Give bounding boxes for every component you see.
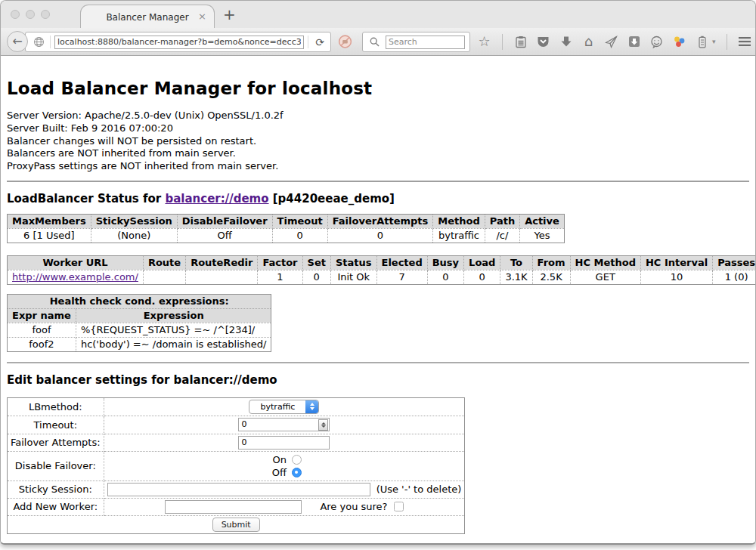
lbmethod-select[interactable]: bytraffic <box>249 400 319 414</box>
cell-timeout: 0 <box>272 228 327 243</box>
pocket-icon[interactable] <box>536 35 550 49</box>
confirm-checkbox[interactable] <box>394 502 404 511</box>
timeout-label: Timeout: <box>8 416 104 434</box>
window-minimize-button[interactable] <box>26 10 35 19</box>
home-icon[interactable]: ⌂ <box>581 35 596 49</box>
failover-attempts-input[interactable] <box>238 436 330 450</box>
cell-factor: 1 <box>258 270 302 284</box>
page-title: Load Balancer Manager for localhost <box>7 79 749 98</box>
number-stepper-icon[interactable] <box>318 419 328 431</box>
column-header: Timeout <box>272 214 327 228</box>
select-stepper-icon <box>305 400 318 413</box>
url-bar[interactable]: ⟳ <box>25 32 331 52</box>
adblock-icon[interactable] <box>338 34 352 48</box>
add-worker-input[interactable] <box>165 500 302 514</box>
worker-table: Worker URL Route RouteRedir Factor Set S… <box>7 255 756 285</box>
inherit-notice-line: Balancers are NOT inherited from main se… <box>7 147 749 160</box>
form-row-sticky-session: Sticky Session: (Use '-' to delete) <box>8 480 465 498</box>
table-row: http://www.example.com/ 1 0 Init Ok 7 0 … <box>8 270 756 284</box>
failover-off-radio[interactable] <box>292 468 302 477</box>
column-header: Method <box>433 214 485 228</box>
health-check-table: Health check cond. expressions: Expr nam… <box>7 294 271 352</box>
menu-icon[interactable] <box>738 35 752 49</box>
back-button[interactable]: ← <box>7 31 28 52</box>
new-tab-button[interactable]: + <box>223 5 236 23</box>
balancer-settings-form: LBmethod: bytraffic Timeout: <box>7 397 465 534</box>
cell-route <box>143 270 185 284</box>
confirm-label: Are you sure? <box>320 501 387 512</box>
balancer-status-table: MaxMembers StickySession DisableFailover… <box>7 214 565 243</box>
colors-extension-icon[interactable] <box>672 35 686 49</box>
toolbar-buttons: ☆ ⌂ <box>477 28 756 55</box>
cell-routeredir <box>186 270 258 284</box>
column-header: DisableFailover <box>177 214 272 228</box>
reading-list-icon[interactable] <box>513 35 528 49</box>
edit-settings-heading: Edit balancer settings for balancer://de… <box>7 373 749 387</box>
column-header: Expression <box>76 308 271 323</box>
column-header: Load <box>464 255 500 270</box>
cell-expression: %{REQUEST_STATUS} =~ /^[234]/ <box>76 323 271 337</box>
cell-worker-url: http://www.example.com/ <box>8 270 144 284</box>
column-header: Status <box>330 255 376 270</box>
persist-notice-line: Balancer changes will NOT be persisted o… <box>7 135 749 148</box>
column-header: Busy <box>427 255 463 270</box>
tab-close-icon[interactable]: × <box>198 11 206 21</box>
extension-download-icon[interactable] <box>627 35 641 49</box>
urlbar-separator-2 <box>308 36 308 48</box>
table-header-row: Expr name Expression <box>8 308 271 323</box>
reload-icon[interactable]: ⟳ <box>312 36 327 48</box>
form-row-failover-attempts: Failover Attempts: <box>8 434 465 451</box>
cell-busy: 0 <box>427 270 463 284</box>
page-content: Load Balancer Manager for localhost Serv… <box>1 57 755 543</box>
tab-bar: Balancer Manager × + <box>1 1 755 28</box>
proxypass-notice-line: ProxyPass settings are NOT inherited fro… <box>7 160 749 173</box>
cell-status: Init Ok <box>330 270 376 284</box>
column-header: Elected <box>376 255 427 270</box>
column-header: HC Interval <box>640 255 712 270</box>
form-row-add-worker: Add New Worker: Are you sure? <box>8 498 465 515</box>
search-input[interactable] <box>386 36 465 49</box>
tab-balancer-manager[interactable]: Balancer Manager × <box>80 5 215 29</box>
downloads-icon[interactable] <box>559 35 573 49</box>
window-close-button[interactable] <box>11 10 20 19</box>
battery-list-icon[interactable] <box>695 35 709 49</box>
window-zoom-button[interactable] <box>41 10 50 19</box>
column-header: HC Method <box>570 255 640 270</box>
chat-smiley-icon[interactable] <box>649 35 664 49</box>
health-table-title: Health check cond. expressions: <box>8 294 271 308</box>
add-worker-label: Add New Worker: <box>8 498 104 515</box>
radio-off-label: Off <box>267 466 287 479</box>
share-icon[interactable] <box>604 35 618 49</box>
sticky-session-hint: (Use '-' to delete) <box>376 484 462 495</box>
form-row-timeout: Timeout: <box>8 416 465 434</box>
submit-button[interactable]: Submit <box>212 518 260 532</box>
cell-set: 0 <box>302 270 330 284</box>
lbmethod-label: LBmethod: <box>8 397 104 416</box>
table-header-row: Health check cond. expressions: <box>8 294 271 308</box>
search-icon <box>367 35 382 49</box>
balancer-link[interactable]: balancer://demo <box>165 192 268 205</box>
sticky-session-input[interactable] <box>107 483 370 496</box>
divider <box>7 181 749 182</box>
column-header: Set <box>302 255 330 270</box>
search-bar[interactable] <box>362 32 470 52</box>
bookmark-star-icon[interactable]: ☆ <box>477 35 491 49</box>
globe-icon <box>32 35 46 49</box>
cell-load: 0 <box>464 270 500 284</box>
table-header-row: MaxMembers StickySession DisableFailover… <box>8 214 565 228</box>
timeout-input[interactable] <box>238 418 330 431</box>
cell-expr-name: foof2 <box>8 337 76 351</box>
column-header: MaxMembers <box>8 214 91 228</box>
worker-url-link[interactable]: http://www.example.com/ <box>12 271 138 283</box>
chevron-down-icon[interactable]: ▾ <box>712 38 716 45</box>
url-input[interactable] <box>54 36 304 49</box>
radio-on-label: On <box>267 453 287 466</box>
table-row: foof2 hc('body') =~ /domain is establish… <box>8 337 271 351</box>
lbmethod-selected-value: bytraffic <box>249 402 305 412</box>
column-header: Path <box>485 214 519 228</box>
window-controls <box>11 10 50 19</box>
toolbar-separator <box>502 34 503 50</box>
cell-to: 3.1K <box>500 270 532 284</box>
failover-on-radio[interactable] <box>292 455 302 465</box>
cell-from: 2.5K <box>532 270 570 284</box>
